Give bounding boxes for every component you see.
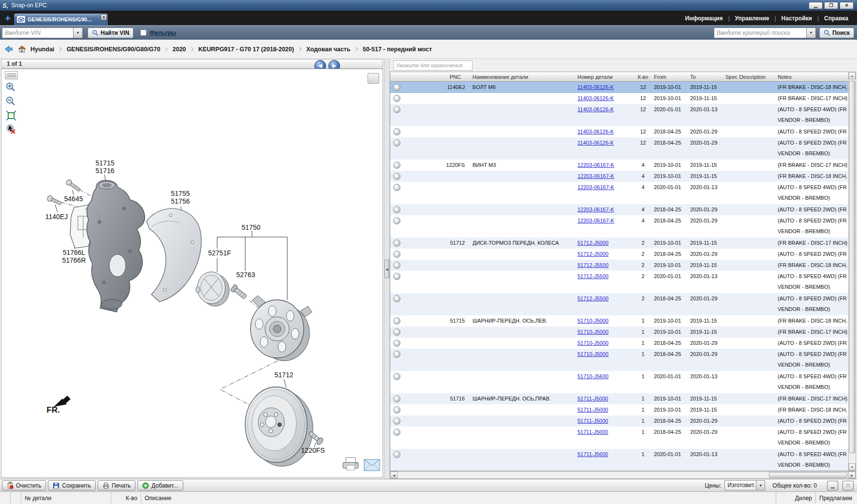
vertical-scrollbar[interactable]: ▲ ▼ xyxy=(848,72,856,471)
column-header[interactable]: To xyxy=(690,72,725,81)
find-vin-button[interactable]: Найти VIN xyxy=(88,28,133,38)
table-row[interactable]: +11403-06126-K122019-10-012019-11-15(FR … xyxy=(390,93,848,104)
expand-row-icon[interactable]: + xyxy=(393,328,400,336)
column-header[interactable]: Spec Description xyxy=(725,72,776,81)
expand-row-icon[interactable]: + xyxy=(393,239,400,247)
expand-row-icon[interactable]: + xyxy=(393,429,400,436)
vertical-scroll-thumb[interactable] xyxy=(849,81,855,453)
vin-input[interactable] xyxy=(2,28,74,38)
search-button[interactable]: Поиск xyxy=(819,28,854,38)
table-row[interactable]: +12203-06167-K42018-04-252020-01-29(AUTO… xyxy=(390,204,848,215)
expand-row-icon[interactable]: + xyxy=(393,340,400,347)
vin-dropdown-button[interactable]: ▼ xyxy=(74,28,83,38)
tab-close-icon[interactable]: x xyxy=(101,14,107,20)
print-diagram-icon[interactable] xyxy=(341,456,360,472)
table-row[interactable]: +12203-06167-K42020-01-012020-01-13(AUTO… xyxy=(390,182,848,204)
part-number-link[interactable]: 11403-06126-K xyxy=(577,84,614,90)
expand-row-icon[interactable]: + xyxy=(393,139,400,147)
table-row[interactable]: +11403-06126-K122020-01-012020-01-13(AUT… xyxy=(390,104,848,126)
column-header[interactable]: К-во xyxy=(632,72,654,81)
diagram-canvas[interactable]: 5171551716546451140EJ51766L51766R5175551… xyxy=(1,69,383,478)
disable-pointer-icon[interactable] xyxy=(5,124,17,135)
expand-row-icon[interactable]: + xyxy=(393,206,400,213)
save-button[interactable]: Сохранить xyxy=(48,480,96,490)
column-header[interactable]: Номер детали xyxy=(574,72,632,81)
table-row[interactable]: +11403-06126-K122018-04-252020-01-29(AUT… xyxy=(390,137,848,160)
dust-shield-part[interactable] xyxy=(147,208,201,302)
table-row[interactable]: +51710-J500012018-04-252020-01-29(AUTO -… xyxy=(390,349,848,371)
restore-button[interactable]: ❐ xyxy=(824,2,838,9)
tab-genesis[interactable]: GENESIS/ROHENS/G90... x xyxy=(14,13,108,25)
zoom-out-icon[interactable] xyxy=(5,96,17,107)
expand-row-icon[interactable]: + xyxy=(393,173,400,180)
expand-row-icon[interactable]: + xyxy=(393,84,400,91)
table-row[interactable]: +51712-J550022019-10-012019-11-15(FR BRA… xyxy=(390,260,848,271)
panel-maximize-button[interactable]: □ xyxy=(842,481,854,490)
part-number-link[interactable]: 51710-J5000 xyxy=(577,318,608,324)
wheel-stud-part[interactable] xyxy=(230,284,248,300)
expand-row-icon[interactable]: + xyxy=(393,184,400,191)
column-header[interactable]: Наименование детали xyxy=(466,72,574,81)
part-number-link[interactable]: 12203-06167-K xyxy=(577,218,614,223)
menu-item-3[interactable]: Настройки xyxy=(782,15,812,22)
bearing-cap-part[interactable] xyxy=(196,272,229,306)
collapse-panel-icon[interactable]: ◀ xyxy=(384,260,389,278)
prices-select[interactable]: Изготовит... xyxy=(724,480,756,490)
panel-minimize-button[interactable]: ▁ xyxy=(827,481,838,490)
table-row[interactable]: +12203-06167-K42018-04-252020-01-29(AUTO… xyxy=(390,215,848,237)
horizontal-scroll-thumb[interactable] xyxy=(769,472,847,478)
part-number-link[interactable]: 51710-J5000 xyxy=(577,351,608,357)
table-filter-input[interactable] xyxy=(393,60,473,71)
table-row[interactable]: +51716ШАРНИР-ПЕРЕДН. ОСЬ,ПРАВ.51711-J500… xyxy=(390,393,848,404)
part-number-link[interactable]: 12203-06167-K xyxy=(577,173,614,179)
back-arrow-icon[interactable] xyxy=(4,45,14,53)
add-button[interactable]: Добавит... xyxy=(137,480,183,490)
part-number-link[interactable]: 51712-J5500 xyxy=(577,273,608,279)
part-number-link[interactable]: 12203-06167-K xyxy=(577,162,614,168)
search-criteria-input[interactable] xyxy=(714,28,807,38)
table-row[interactable]: +51710-J560012020-01-012020-01-13(AUTO -… xyxy=(390,371,848,393)
expand-row-icon[interactable]: + xyxy=(393,295,400,302)
thumbnails-toggle-icon[interactable] xyxy=(5,71,18,79)
print-button[interactable]: Печать xyxy=(98,480,135,490)
expand-row-icon[interactable]: + xyxy=(393,273,400,280)
menu-item-1[interactable]: Информация xyxy=(685,15,723,22)
part-number-link[interactable]: 11403-06126-K xyxy=(577,95,614,101)
column-header[interactable]: From xyxy=(654,72,690,81)
expand-row-icon[interactable]: + xyxy=(393,317,400,325)
expand-row-icon[interactable]: + xyxy=(393,373,400,380)
table-row[interactable]: +12203-06167-K42019-10-012019-11-15(FR B… xyxy=(390,171,848,182)
part-number-link[interactable]: 51710-J5600 xyxy=(577,373,608,379)
menu-item-4[interactable]: Справка xyxy=(824,15,848,22)
scroll-left-icon[interactable]: ◀ xyxy=(390,472,398,478)
table-row[interactable]: +51715ШАРНИР-ПЕРЕДН. ОСЬ,ЛЕВ.51710-J5000… xyxy=(390,315,848,326)
table-row[interactable]: +51711-J500012018-04-252020-01-29(AUTO -… xyxy=(390,427,848,449)
breadcrumb-item-2[interactable]: GENESIS/ROHENS/G90/G80/G70 xyxy=(67,46,161,53)
table-row[interactable]: +1220FSВИНТ M312203-06167-K42019-10-0120… xyxy=(390,160,848,171)
email-diagram-icon[interactable] xyxy=(364,459,380,472)
column-header[interactable]: PNC xyxy=(408,72,466,81)
clear-button[interactable]: Очистить xyxy=(2,480,46,490)
table-row[interactable]: +1140EJБОЛТ M611403-06126-K122019-10-012… xyxy=(390,82,848,93)
expand-row-icon[interactable]: + xyxy=(393,162,400,169)
filters-checkbox[interactable] xyxy=(140,30,147,36)
scroll-down-icon[interactable]: ▼ xyxy=(849,463,856,471)
scroll-up-icon[interactable]: ▲ xyxy=(849,72,856,79)
table-row[interactable]: +51712-J550022018-04-252020-01-29(AUTO -… xyxy=(390,293,848,315)
part-number-link[interactable]: 51710-J5000 xyxy=(577,329,608,335)
table-row[interactable]: +11403-06126-K122018-04-252020-01-29(AUT… xyxy=(390,126,848,137)
close-button[interactable]: ✕ xyxy=(840,2,854,9)
minimize-button[interactable]: ▁ xyxy=(809,2,823,9)
breadcrumb-item-6[interactable]: 50-517 - передний мост xyxy=(363,46,432,53)
table-row[interactable]: +51710-J500012018-04-252020-01-29(AUTO -… xyxy=(390,338,848,349)
expand-row-icon[interactable]: + xyxy=(393,106,400,113)
home-icon[interactable] xyxy=(18,45,26,53)
expand-row-icon[interactable]: + xyxy=(393,95,400,102)
criteria-dropdown-button[interactable]: ▼ xyxy=(807,28,816,38)
horizontal-scrollbar[interactable]: ◀ ▶ xyxy=(390,471,856,479)
part-number-link[interactable]: 51712-J5500 xyxy=(577,262,608,268)
part-number-link[interactable]: 51712-J5500 xyxy=(577,296,608,301)
breadcrumb-item-4[interactable]: KEURPG917 - G70 17 (2018-2020) xyxy=(198,46,294,53)
part-number-link[interactable]: 12203-06167-K xyxy=(577,207,614,212)
part-number-link[interactable]: 51711-J5000 xyxy=(577,396,608,401)
